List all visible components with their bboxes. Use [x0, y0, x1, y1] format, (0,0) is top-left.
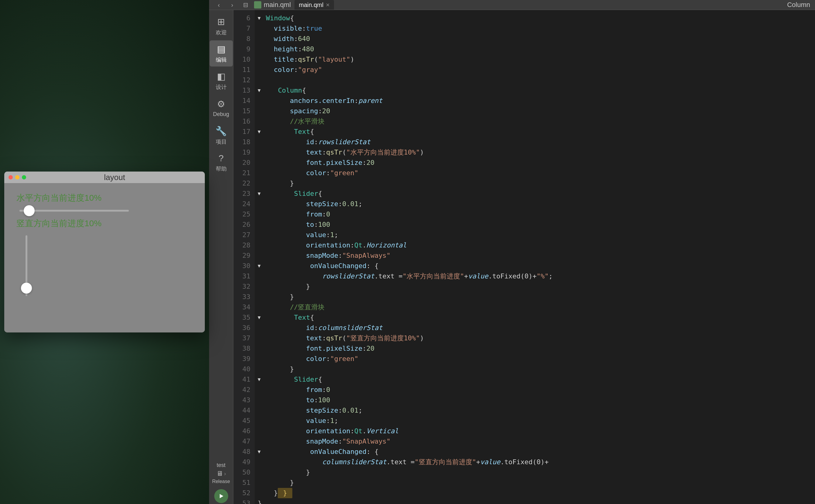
fold-41[interactable]: ▼	[258, 376, 261, 383]
code-line-49: columnsliderStat .text = "竖直方向当前进度" + va…	[255, 457, 815, 467]
monitor-icon: 🖥	[217, 470, 223, 478]
code-line-29: snapMode : "SnapAlways"	[255, 250, 815, 261]
release-label: Release	[212, 479, 230, 484]
sidebar-item-welcome[interactable]: ⊞ 欢迎	[210, 13, 233, 39]
code-line-34: //竖直滑块	[255, 302, 815, 312]
v-slider-thumb[interactable]	[21, 283, 32, 294]
code-line-52: } }	[255, 488, 815, 498]
line-num-45: 45	[234, 416, 251, 426]
minimize-button[interactable]	[15, 175, 19, 179]
line-num-14: 14	[234, 96, 251, 106]
design-icon: ◧	[217, 71, 226, 82]
code-line-45: value : 1 ;	[255, 416, 815, 426]
line-num-31: 31	[234, 271, 251, 281]
line-num-42: 42	[234, 385, 251, 395]
code-line-32: }	[255, 281, 815, 292]
code-line-30: ▼ onValueChanged : {	[255, 261, 815, 271]
line-num-29: 29	[234, 250, 251, 261]
line-num-35: 35	[234, 312, 251, 323]
fold-23[interactable]: ▼	[258, 190, 261, 198]
fold-35[interactable]: ▼	[258, 314, 261, 322]
line-num-24: 24	[234, 199, 251, 209]
line-num-47: 47	[234, 436, 251, 447]
line-num-39: 39	[234, 354, 251, 364]
sidebar-label-projects: 项目	[216, 138, 227, 145]
sidebar-label-debug: Debug	[213, 111, 229, 117]
code-line-27: value : 1 ;	[255, 230, 815, 240]
fold-30[interactable]: ▼	[258, 262, 261, 270]
editor-body: ⊞ 欢迎 ▤ 编辑 ◧ 设计 ⚙ Debug 🔧 项目 ? 帮助	[209, 10, 815, 504]
qml-file-icon	[254, 1, 261, 9]
line-num-52: 52	[234, 488, 251, 498]
code-line-6: ▼ Window {	[255, 13, 815, 23]
code-line-25: from : 0	[255, 209, 815, 220]
close-button[interactable]	[9, 175, 13, 179]
run-button[interactable]	[214, 489, 228, 503]
code-line-33: }	[255, 292, 815, 302]
sidebar-item-debug[interactable]: ⚙ Debug	[210, 95, 233, 121]
welcome-icon: ⊞	[217, 16, 225, 27]
v-slider-track[interactable]	[26, 235, 27, 296]
code-line-18: id : rowsliderStat	[255, 137, 815, 147]
line-num-44: 44	[234, 405, 251, 416]
code-line-17: ▼ Text {	[255, 127, 815, 137]
line-num-27: 27	[234, 230, 251, 240]
line-num-46: 46	[234, 426, 251, 436]
h-slider-track[interactable]	[19, 210, 129, 212]
fold-17[interactable]: ▼	[258, 128, 261, 136]
chevron-right-icon[interactable]: ›	[224, 471, 226, 477]
line-num-20: 20	[234, 158, 251, 168]
h-slider-thumb[interactable]	[24, 205, 35, 216]
code-line-50: }	[255, 467, 815, 478]
h-slider-label: 水平方向当前进度10%	[16, 192, 193, 204]
line-num-6: 6	[234, 13, 251, 23]
code-line-37: text : qsTr ( "竖直方向当前进度10%" )	[255, 333, 815, 343]
nav-forward-button[interactable]: ›	[227, 0, 237, 10]
sidebar-label-welcome: 欢迎	[216, 29, 227, 36]
main-qml-tab[interactable]: main.qml ✕	[295, 0, 334, 10]
v-slider-label: 竖直方向当前进度10%	[16, 218, 193, 229]
line-num-37: 37	[234, 333, 251, 343]
code-line-31: rowsliderStat .text = "水平方向当前进度" + value…	[255, 271, 815, 281]
help-icon: ?	[219, 153, 224, 163]
code-line-12	[255, 75, 815, 85]
line-num-21: 21	[234, 168, 251, 178]
code-editor[interactable]: 6 7 8 9 10 11 12 13 14 15 16 17 18 19 20…	[234, 10, 815, 504]
sidebar-item-design[interactable]: ◧ 设计	[210, 68, 233, 94]
bookmark-button[interactable]: ⊟	[241, 0, 251, 10]
code-line-41: ▼ Slider {	[255, 374, 815, 385]
code-line-21: color : "green"	[255, 168, 815, 178]
line-num-18: 18	[234, 137, 251, 147]
fold-48[interactable]: ▼	[258, 448, 261, 456]
nav-back-button[interactable]: ‹	[214, 0, 224, 10]
line-num-40: 40	[234, 364, 251, 374]
line-numbers: 6 7 8 9 10 11 12 13 14 15 16 17 18 19 20…	[234, 10, 255, 504]
code-line-53: }	[255, 498, 815, 504]
line-num-38: 38	[234, 343, 251, 354]
mac-titlebar: layout	[4, 172, 205, 183]
sidebar-item-edit[interactable]: ▤ 编辑	[210, 40, 233, 66]
sidebar-label-design: 设计	[216, 83, 227, 91]
code-line-51: }	[255, 478, 815, 488]
code-line-46: orientation : Qt . Vertical	[255, 426, 815, 436]
maximize-button[interactable]	[22, 175, 26, 179]
fold-13[interactable]: ▼	[258, 87, 261, 94]
line-num-13: 13	[234, 85, 251, 96]
line-num-10: 10	[234, 54, 251, 65]
tab-close-icon[interactable]: ✕	[326, 2, 330, 8]
line-num-41: 41	[234, 374, 251, 385]
tab-label: main.qml	[299, 2, 323, 9]
code-line-16: //水平滑块	[255, 116, 815, 127]
code-content[interactable]: ▼ Window { visible : true width	[255, 10, 815, 504]
line-num-12: 12	[234, 75, 251, 85]
fold-6[interactable]: ▼	[258, 15, 261, 22]
v-slider-container[interactable]	[16, 235, 193, 302]
sidebar-item-projects[interactable]: 🔧 项目	[210, 122, 233, 148]
line-num-16: 16	[234, 116, 251, 127]
sidebar-label-help: 帮助	[216, 165, 227, 172]
sidebar-item-help[interactable]: ? 帮助	[210, 150, 233, 176]
h-slider-container[interactable]	[16, 210, 193, 212]
breadcrumb-column: Column	[787, 1, 810, 9]
line-num-17: 17	[234, 127, 251, 137]
code-line-48: ▼ onValueChanged : {	[255, 447, 815, 457]
